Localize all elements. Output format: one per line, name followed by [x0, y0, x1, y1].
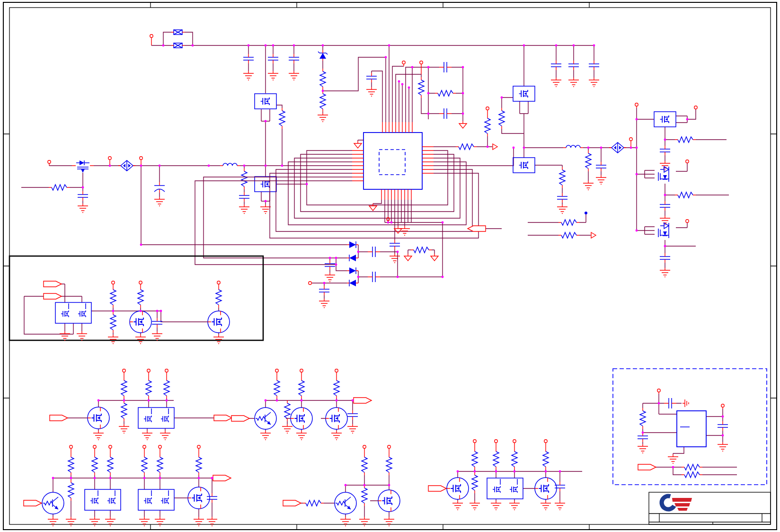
resistor-icon	[196, 454, 202, 475]
ground-icon	[541, 501, 551, 510]
inductor-icon	[220, 163, 240, 166]
capacitor-icon	[596, 162, 606, 171]
resistor-icon	[279, 108, 285, 129]
ground-icon	[135, 335, 146, 344]
analog-ground-icon	[394, 226, 402, 233]
resistor-icon	[512, 449, 517, 470]
ground-icon	[668, 454, 678, 463]
junction-dot	[160, 310, 162, 312]
capacitor-icon	[366, 73, 377, 82]
resistor-icon	[110, 287, 116, 308]
ground-icon	[243, 71, 254, 80]
capacitor-icon	[347, 410, 358, 420]
junction-dot	[390, 222, 393, 224]
power-pin-icon	[513, 440, 516, 443]
junction-dot	[722, 416, 724, 418]
mosfet-icon	[378, 490, 400, 512]
junction-dot	[140, 165, 142, 167]
resistor-icon	[558, 220, 579, 225]
inductor-icon	[563, 145, 583, 148]
junction-dot	[94, 477, 96, 479]
resistor-icon	[299, 378, 304, 399]
diode-icon	[347, 280, 358, 286]
ferrite-bead-icon	[118, 160, 135, 171]
junction-dot	[363, 484, 366, 487]
ground-icon	[154, 197, 165, 206]
capacitor-icon	[78, 191, 88, 201]
junction-dot	[462, 113, 464, 115]
capacitor-icon	[660, 253, 670, 263]
resistor-icon	[472, 472, 478, 493]
junction-dot	[642, 432, 644, 434]
junction-dot	[385, 56, 387, 59]
ground-icon	[260, 204, 271, 213]
resistor-icon	[241, 168, 247, 189]
resistor-icon	[499, 108, 505, 129]
capacitor-icon	[243, 54, 254, 63]
diode-icon	[347, 267, 358, 274]
power-pin-icon	[123, 369, 125, 372]
resistor-icon	[682, 464, 702, 470]
net-flag-icon	[44, 281, 62, 287]
junction-dot	[401, 83, 404, 86]
ground-icon	[282, 424, 292, 433]
junction-dot	[162, 44, 165, 47]
power-pin-icon	[275, 369, 278, 372]
power-pin-icon	[217, 281, 220, 284]
resistor-icon	[138, 287, 143, 308]
power-pin-icon	[721, 404, 724, 407]
capacitor-icon	[660, 201, 670, 211]
signal-arrow-icon	[493, 144, 497, 150]
junction-dot	[411, 66, 414, 69]
junction-dot	[281, 165, 284, 167]
capacitor-icon	[268, 54, 278, 63]
junction-dot	[630, 147, 632, 149]
ground-icon	[325, 273, 335, 282]
capacitor-icon	[439, 108, 452, 119]
ground-icon	[491, 501, 501, 510]
junction-dot	[523, 44, 525, 47]
junction-dot	[600, 147, 603, 149]
power-pin-icon	[486, 107, 489, 110]
junction-dot	[322, 90, 324, 92]
ground-icon	[318, 113, 328, 122]
power-pin-icon	[420, 61, 423, 64]
ground-icon	[152, 331, 162, 340]
resistor-icon	[68, 480, 74, 501]
ground-icon	[589, 78, 599, 87]
fuse-icon	[171, 30, 185, 35]
junction-dot	[636, 147, 638, 149]
ic-body	[363, 133, 422, 189]
ground-icon	[268, 71, 278, 80]
resistor-icon	[456, 144, 477, 150]
analog-ground-icon	[354, 141, 362, 148]
diode-icon	[347, 241, 358, 248]
resistor-icon	[216, 287, 222, 308]
ground-icon	[718, 442, 728, 451]
power-pin-icon	[197, 445, 200, 448]
mosfet-icon	[513, 86, 535, 101]
junction-dot	[442, 222, 444, 224]
capacitor-icon	[207, 493, 217, 503]
junction-dot	[664, 194, 666, 196]
junction-dot	[52, 477, 54, 479]
junction-dot	[545, 470, 547, 473]
analog-ground-icon	[459, 121, 467, 128]
junction-dot	[159, 165, 161, 167]
junction-dot	[636, 118, 638, 121]
junction-dot	[166, 399, 168, 402]
junction-dot	[148, 399, 150, 402]
chassis-ground-icon	[682, 399, 689, 407]
junction-dot	[109, 477, 112, 479]
digital-transistor-icon	[255, 408, 276, 429]
zener-diode-icon	[318, 50, 328, 61]
power-pin-icon	[495, 440, 497, 443]
capacitor-icon	[557, 193, 567, 203]
capacitor-icon	[319, 286, 329, 295]
capacitor-icon	[390, 240, 400, 249]
mosfet-icon	[255, 94, 276, 109]
regulator-ic-body	[677, 411, 706, 447]
junction-dot	[513, 147, 515, 149]
junction-dot	[664, 139, 666, 141]
resistor-icon	[334, 378, 339, 399]
